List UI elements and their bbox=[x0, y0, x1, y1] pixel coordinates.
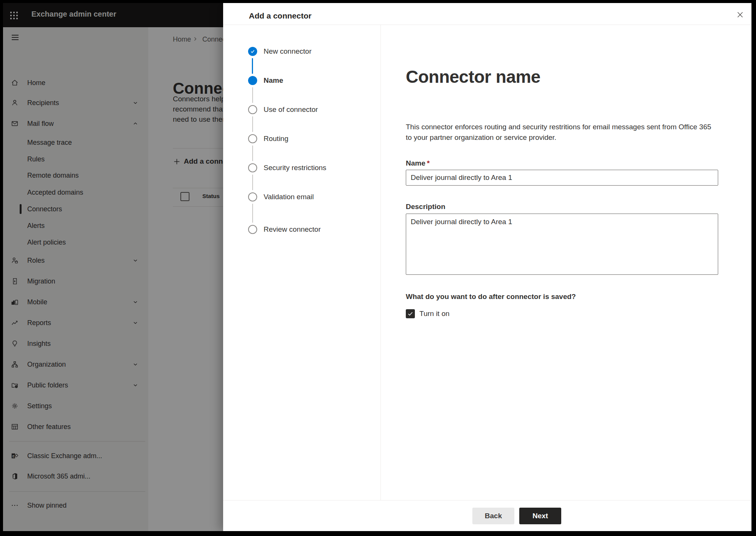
step-use-of-connector[interactable]: Use of connector bbox=[223, 105, 374, 114]
name-input[interactable] bbox=[406, 170, 718, 186]
description-textarea[interactable]: Deliver journal directly to Area 1 bbox=[406, 214, 718, 275]
step-connector-line bbox=[252, 204, 253, 223]
divider bbox=[223, 25, 751, 25]
step-new-connector[interactable]: New connector bbox=[223, 47, 374, 56]
step-upcoming-icon bbox=[248, 192, 257, 201]
after-save-question: What do you want to do after connector i… bbox=[406, 293, 576, 301]
name-field-label: Name* bbox=[406, 159, 430, 167]
step-label: Security restrictions bbox=[264, 164, 326, 172]
step-upcoming-icon bbox=[248, 134, 257, 143]
step-connector-line bbox=[252, 87, 253, 103]
check-icon bbox=[250, 48, 256, 54]
step-validation-email[interactable]: Validation email bbox=[223, 192, 374, 201]
step-security-restrictions[interactable]: Security restrictions bbox=[223, 163, 374, 172]
divider bbox=[380, 25, 381, 500]
check-icon bbox=[407, 310, 414, 317]
step-connector-line bbox=[252, 146, 253, 161]
step-upcoming-icon bbox=[248, 105, 257, 114]
step-upcoming-icon bbox=[248, 225, 257, 234]
divider bbox=[223, 500, 751, 500]
step-label: Review connector bbox=[264, 225, 321, 234]
close-button[interactable] bbox=[734, 9, 746, 21]
description-line: to your partner organization or service … bbox=[406, 132, 711, 143]
step-label: Name bbox=[264, 76, 283, 85]
description-line: This connector enforces routing and secu… bbox=[406, 122, 711, 132]
name-label-text: Name bbox=[406, 159, 425, 167]
description-field-label: Description bbox=[406, 203, 446, 211]
step-review-connector[interactable]: Review connector bbox=[223, 225, 374, 234]
step-label: Routing bbox=[264, 135, 289, 143]
step-routing[interactable]: Routing bbox=[223, 134, 374, 143]
back-button[interactable]: Back bbox=[472, 508, 514, 524]
step-name[interactable]: Name bbox=[223, 76, 374, 85]
turn-it-on-label: Turn it on bbox=[419, 310, 450, 318]
add-connector-dialog: Add a connector New connector Name Use o… bbox=[223, 3, 751, 531]
app-screen: Exchange admin center Home Recipients Ma… bbox=[3, 3, 751, 531]
step-connector-line bbox=[252, 116, 253, 132]
step-label: Validation email bbox=[264, 193, 314, 201]
turn-it-on-checkbox-row[interactable]: Turn it on bbox=[406, 309, 450, 318]
required-asterisk: * bbox=[427, 159, 430, 167]
step-label: Use of connector bbox=[264, 105, 318, 114]
connector-name-heading: Connector name bbox=[406, 67, 540, 87]
checkbox-checked-icon[interactable] bbox=[406, 309, 415, 318]
step-current-icon bbox=[248, 76, 257, 85]
next-button[interactable]: Next bbox=[519, 508, 561, 524]
step-connector-line bbox=[252, 175, 253, 190]
close-icon bbox=[736, 11, 744, 19]
connector-description-text: This connector enforces routing and secu… bbox=[406, 122, 711, 143]
dialog-title: Add a connector bbox=[249, 11, 312, 20]
step-upcoming-icon bbox=[248, 163, 257, 172]
step-connector-line bbox=[252, 58, 253, 74]
step-completed-icon bbox=[248, 47, 257, 56]
step-label: New connector bbox=[264, 47, 312, 56]
